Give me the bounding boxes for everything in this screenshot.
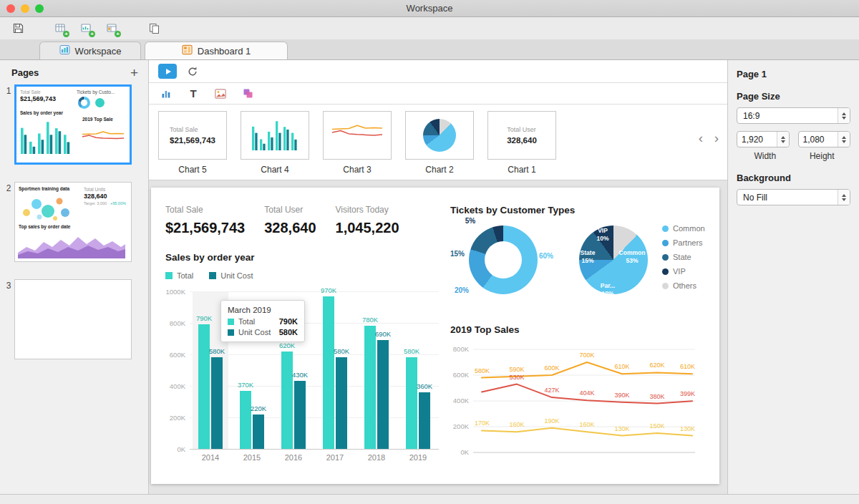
bar bbox=[419, 392, 430, 449]
stepper-icon[interactable] bbox=[838, 108, 850, 123]
x-tick-label: 2015 bbox=[234, 453, 270, 462]
thumb-donut-title: Tickets by Custo... bbox=[77, 89, 115, 95]
chevron-right-icon[interactable]: › bbox=[714, 130, 719, 146]
kpi-total-user[interactable]: Total User 328,640 bbox=[264, 205, 316, 236]
new-table-icon[interactable]: + bbox=[51, 20, 70, 37]
donut-label: 60% bbox=[535, 252, 557, 260]
traffic-lights bbox=[6, 4, 44, 13]
plus-badge-icon: + bbox=[63, 31, 69, 37]
svg-text:130K: 130K bbox=[680, 425, 695, 432]
tooltip-row: Total790K bbox=[228, 317, 298, 326]
legend-dot bbox=[662, 268, 669, 275]
play-icon[interactable] bbox=[158, 64, 177, 79]
gallery-item-label: Chart 4 bbox=[241, 165, 309, 175]
bar bbox=[294, 381, 306, 449]
tab-label: Dashboard 1 bbox=[198, 46, 251, 57]
chart-tooltip: March 2019 Total790KUnit Cost580K bbox=[220, 300, 305, 342]
workspace-icon bbox=[59, 44, 70, 57]
svg-text:700K: 700K bbox=[579, 352, 594, 359]
page-size-label: Page Size bbox=[737, 91, 850, 102]
mini-bubble-chart bbox=[18, 193, 77, 223]
preview-toolbar bbox=[149, 60, 727, 83]
width-label: Width bbox=[737, 151, 794, 161]
background-label: Background bbox=[737, 173, 850, 183]
chart-gallery: Total Sale $21,569,743 Chart 5 Chart 4 C… bbox=[149, 105, 727, 180]
thumb-kpi-value: 328,640 bbox=[84, 193, 107, 200]
top-sales-line-chart[interactable]: 800K600K400K200K0K580K590K600K700K610K62… bbox=[450, 342, 709, 462]
page-thumbnail-2[interactable]: Sportmen training data Total Units 328,6… bbox=[14, 182, 132, 262]
pie-slice-label: Par...10% bbox=[591, 282, 624, 297]
legend-item: Others bbox=[662, 281, 705, 290]
page-number: 2 bbox=[3, 182, 14, 262]
component-icon[interactable] bbox=[240, 86, 256, 102]
page-thumbnail-1[interactable]: Total Sale $21,569,743 Tickets by Custo.… bbox=[14, 84, 132, 165]
donut-chart[interactable] bbox=[469, 226, 538, 294]
gallery-item-chart-5[interactable]: Total Sale $21,569,743 Chart 5 bbox=[158, 111, 227, 180]
titlebar: Workspace bbox=[0, 0, 859, 17]
donut-label: 15% bbox=[447, 250, 468, 258]
kpi-total-sale[interactable]: Total Sale $21,569,743 bbox=[165, 205, 245, 236]
height-field[interactable] bbox=[798, 131, 851, 147]
svg-text:160K: 160K bbox=[509, 421, 524, 428]
copy-icon[interactable] bbox=[145, 20, 164, 37]
page-thumbnail-3[interactable] bbox=[14, 279, 132, 359]
tooltip-value: 580K bbox=[279, 328, 298, 336]
width-field[interactable] bbox=[737, 131, 790, 147]
width-input[interactable] bbox=[737, 132, 777, 147]
save-icon[interactable] bbox=[9, 20, 28, 37]
tab-bar: Workspace Dashboard 1 bbox=[0, 39, 859, 60]
svg-text:404K: 404K bbox=[579, 389, 594, 397]
window-bottom-edge bbox=[0, 494, 859, 504]
mini-bar-chart bbox=[251, 117, 299, 153]
tab-workspace[interactable]: Workspace bbox=[39, 42, 141, 59]
legend-label: Partners bbox=[673, 238, 703, 247]
add-page-button[interactable]: + bbox=[130, 66, 138, 79]
new-chart-icon[interactable]: + bbox=[77, 20, 96, 37]
pie-legend: CommonPartnersStateVIPOthers bbox=[662, 224, 705, 296]
mini-line-chart bbox=[81, 127, 125, 151]
gallery-item-chart-4[interactable]: Chart 4 bbox=[241, 111, 309, 180]
chart-icon[interactable] bbox=[158, 86, 174, 102]
background-select[interactable]: No Fill bbox=[737, 189, 850, 205]
legend-dot bbox=[662, 283, 669, 289]
background-value: No Fill bbox=[743, 193, 767, 203]
dimension-labels: Width Height bbox=[737, 151, 850, 161]
bar-value-label: 370K bbox=[232, 381, 259, 389]
stepper-icon[interactable] bbox=[777, 132, 789, 147]
bar bbox=[323, 296, 334, 449]
thumb-kpi-label: Total Sale bbox=[20, 89, 41, 95]
main-toolbar: + + + bbox=[0, 17, 859, 39]
refresh-icon[interactable] bbox=[187, 66, 198, 77]
minimize-window-button[interactable] bbox=[21, 4, 29, 13]
zoom-window-button[interactable] bbox=[35, 4, 44, 13]
bar-value-label: 360K bbox=[411, 382, 438, 390]
legend-swatch bbox=[165, 272, 173, 279]
new-dashboard-icon[interactable]: + bbox=[102, 20, 122, 37]
bar bbox=[377, 340, 389, 449]
sales-bar-chart[interactable]: 790K580K2014370K220K2015620K430K2016970K… bbox=[165, 287, 437, 467]
legend-item: Common bbox=[662, 224, 705, 233]
text-icon[interactable]: T bbox=[185, 86, 201, 102]
pie-slice-name: Par... bbox=[591, 282, 624, 290]
gallery-item-chart-1[interactable]: Total User 328,640 Chart 1 bbox=[487, 111, 556, 180]
chevron-left-icon[interactable]: ‹ bbox=[699, 130, 703, 146]
window-title: Workspace bbox=[0, 3, 859, 14]
gallery-item-chart-2[interactable]: Chart 2 bbox=[405, 111, 474, 180]
close-window-button[interactable] bbox=[6, 4, 15, 13]
page-number: 3 bbox=[3, 279, 14, 359]
gallery-item-chart-3[interactable]: Chart 3 bbox=[323, 111, 392, 180]
stepper-icon[interactable] bbox=[838, 190, 850, 205]
kpi-visitors-today[interactable]: Visitors Today 1,045,220 bbox=[336, 205, 399, 236]
y-tick-label: 0K bbox=[450, 448, 469, 456]
stepper-icon[interactable] bbox=[838, 132, 850, 147]
x-tick-label: 2017 bbox=[317, 453, 353, 462]
pie-slice-name: Common bbox=[616, 249, 649, 257]
height-input[interactable] bbox=[799, 132, 838, 147]
image-icon[interactable] bbox=[213, 86, 228, 102]
svg-text:427K: 427K bbox=[544, 387, 559, 394]
gallery-thumb: Total User 328,640 bbox=[487, 111, 556, 160]
page-size-select[interactable]: 16:9 bbox=[737, 107, 850, 124]
svg-text:130K: 130K bbox=[614, 425, 629, 432]
tab-dashboard-1[interactable]: Dashboard 1 bbox=[145, 42, 288, 59]
legend-dot bbox=[662, 226, 669, 232]
